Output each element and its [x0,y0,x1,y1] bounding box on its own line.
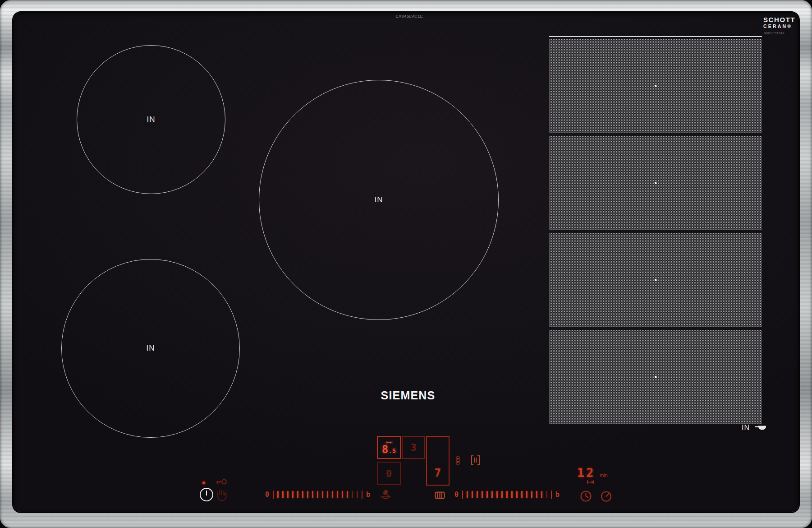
glass-brand-line1: SCHOTT [763,16,795,23]
slider-tick[interactable] [516,491,518,498]
egg-timer-icon[interactable] [600,490,612,502]
slider-tick[interactable] [496,491,498,498]
slider-separator [551,491,552,499]
flex-zone-marking: IN [742,424,767,432]
move-pot-icon [471,455,480,465]
slider-tick[interactable] [312,491,313,498]
segment-center-dot [655,85,656,87]
slider-min-label: 0 [454,491,459,498]
slider-tick[interactable] [541,491,542,498]
slider-tick[interactable] [506,491,508,498]
power-level-int: 8 [382,443,388,456]
zone-circle-center: IN [259,80,499,320]
slider-tick[interactable] [322,491,323,498]
childlock-key-icon[interactable] [215,478,227,485]
power-slider-left[interactable]: 0 b [265,490,370,500]
slider-boost-label: b [366,491,370,498]
pan-icon [754,424,767,431]
slider-tick[interactable] [297,491,298,498]
flex-segment-3 [549,233,762,327]
segment-center-dot [655,182,656,184]
flex-zone-top-line [549,36,762,37]
slider-separator [273,491,274,499]
fry-sensor-icon[interactable] [434,491,445,500]
cooking-spoon-icon[interactable] [380,489,392,500]
hob-frame: EX845LVC1E SCHOTT CERAN® 9001173247 SIEM… [0,0,812,528]
serial-number: 9001173247 [764,31,784,35]
slider-tick[interactable] [327,491,328,498]
slider-tick[interactable] [491,491,493,498]
slider-tick[interactable] [467,491,468,498]
flex-power-level: 7 [435,467,441,479]
glass-brand-line2: CERAN® [763,24,795,29]
slider-separator [362,491,362,499]
slider-tick[interactable] [287,491,289,498]
slider-tick[interactable] [347,491,348,498]
timer-display[interactable]: 12 [577,466,596,480]
model-number: EX845LVC1E [387,14,432,19]
timer-bridge-icon [587,480,595,485]
slider-tick[interactable] [521,491,523,498]
flex-zone [549,36,762,426]
slider-tick[interactable] [477,491,478,498]
power-button[interactable] [200,488,213,501]
wipe-protection-icon[interactable] [216,489,228,502]
flex-segment-4 [549,330,762,424]
timer-unit-label: min [600,472,608,478]
clock-icon[interactable] [580,490,592,502]
slider-tick[interactable] [307,491,308,498]
zone-power-level: 0 [386,468,392,479]
slider-tick[interactable] [342,491,343,498]
zone-select-bottom[interactable]: 0 [377,462,401,485]
slider-separator [462,491,463,499]
zone-select-top[interactable]: 3 [402,436,425,459]
cookware-indicator-icon [456,456,460,465]
slider-tick[interactable] [482,491,483,498]
slider-tick[interactable] [526,491,528,498]
slider-tick[interactable] [292,491,294,498]
slider-tick[interactable] [472,491,473,498]
zone-power-level: 3 [410,442,416,453]
left-slider-ticks[interactable] [277,491,358,498]
slider-tick[interactable] [332,491,333,498]
flex-segment-2 [549,136,762,230]
zone-label: IN [147,344,155,353]
slider-tick[interactable] [531,491,532,498]
slider-tick[interactable] [277,491,279,498]
slider-tick[interactable] [282,491,284,498]
glass-brand-logo: SCHOTT CERAN® [763,16,795,29]
slider-min-label: 0 [265,491,269,498]
power-led [202,482,205,484]
zone-label: IN [375,195,383,204]
zone-circle-left-bottom: IN [61,259,240,438]
slider-tick[interactable] [317,491,318,498]
flex-segment-1 [549,39,762,133]
slider-tick[interactable] [337,491,338,498]
right-slider-ticks[interactable] [467,491,547,498]
slider-tick[interactable] [486,491,488,498]
slider-boost-label: b [555,491,560,498]
segment-center-dot [655,279,656,281]
slider-tick[interactable] [352,491,353,498]
slider-tick[interactable] [546,491,547,498]
slider-tick[interactable] [302,491,303,498]
zone-label: IN [742,424,750,432]
slider-tick[interactable] [357,491,358,498]
brand-logo: SIEMENS [374,389,442,402]
power-slider-right[interactable]: 0 b [454,490,560,500]
power-level-frac: .5 [388,447,396,454]
slider-tick[interactable] [536,491,537,498]
slider-tick[interactable] [501,491,503,498]
flex-zone-display[interactable]: 7 [426,436,450,486]
slider-tick[interactable] [511,491,513,498]
zone-label: IN [147,115,156,124]
zone-circle-left-top: IN [77,45,225,194]
power-icon [206,491,207,496]
segment-center-dot [655,376,656,378]
bridge-power-level: 8.5 [382,445,396,455]
bridge-zone-display[interactable]: 8.5 [377,436,401,459]
